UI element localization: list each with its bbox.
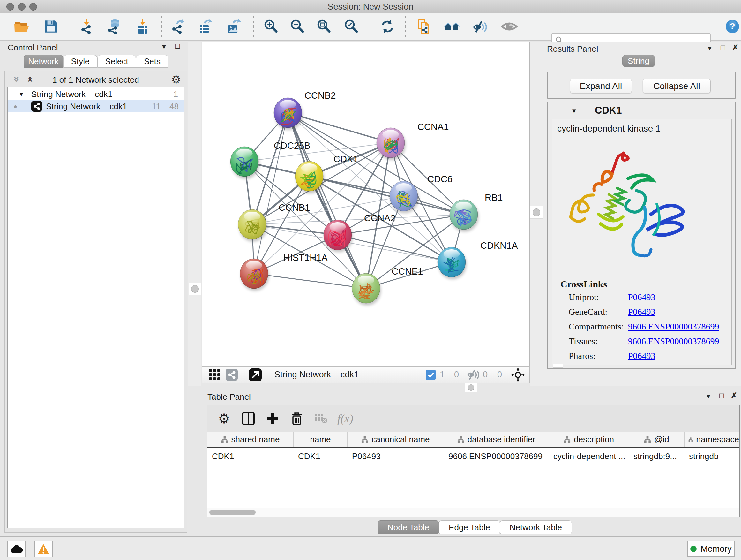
string-view-icon[interactable] <box>226 369 238 381</box>
import-table-button[interactable] <box>133 17 152 36</box>
pan-crosshair-icon[interactable] <box>511 368 525 382</box>
collapse-panel-icon[interactable]: ▼ <box>161 44 167 50</box>
tab-node-table[interactable]: Node Table <box>378 520 439 535</box>
export-network-button[interactable] <box>169 17 187 36</box>
bottom-splitter-handle[interactable] <box>465 383 477 392</box>
cell-database-identifier[interactable]: 9606.ENSP00000378699 <box>444 449 549 463</box>
zoom-selected-button[interactable] <box>342 17 360 36</box>
collapse-panel-icon[interactable]: ▼ <box>705 393 712 399</box>
network-graph[interactable]: CCNB2CCNA1CDC25BCDK1CDC6RB1CCNB1CCNA2CDK… <box>202 42 529 366</box>
export-image-button[interactable] <box>225 17 243 36</box>
hscrollbar-thumb[interactable] <box>209 510 256 515</box>
export-table-button[interactable] <box>196 17 214 36</box>
crosslink-value-link[interactable]: P06493 <box>628 351 656 361</box>
collapse-all-button[interactable]: Collapse All <box>643 79 711 93</box>
help-button[interactable]: ? <box>723 17 741 36</box>
cell-namespace[interactable]: stringdb <box>684 449 739 463</box>
cell-canonical-name[interactable]: P06493 <box>347 449 444 463</box>
network-node-CCNA1[interactable] <box>377 128 405 158</box>
hide-panels-button[interactable] <box>471 17 490 36</box>
close-panel-icon[interactable]: ✗ <box>731 392 737 399</box>
open-session-button[interactable] <box>12 17 31 36</box>
import-network-file-button[interactable] <box>77 17 96 36</box>
left-splitter[interactable] <box>188 42 201 386</box>
column-header[interactable]: shared name <box>207 432 293 447</box>
show-panels-button[interactable] <box>500 17 519 36</box>
cell-description[interactable]: cyclin-dependent ... <box>549 449 629 463</box>
tab-sets[interactable]: Sets <box>136 55 169 68</box>
cell-id[interactable]: stringdb:9... <box>629 449 684 463</box>
zoom-fit-button[interactable] <box>315 17 333 36</box>
float-panel-icon[interactable]: □ <box>719 392 724 399</box>
right-splitter[interactable] <box>530 42 542 386</box>
column-header[interactable]: database identifier <box>444 432 549 447</box>
first-neighbors-button[interactable] <box>415 17 434 36</box>
selected-checkbox-icon[interactable] <box>426 370 436 380</box>
warnings-button[interactable] <box>34 541 53 557</box>
tab-string[interactable]: String <box>622 55 655 67</box>
network-node-CDC6[interactable] <box>390 181 418 211</box>
delete-column-trash-icon[interactable] <box>285 412 309 426</box>
column-header[interactable]: canonical name <box>347 432 444 447</box>
network-node-CCNB1[interactable] <box>238 209 266 240</box>
crosslink-value-link[interactable]: P06493 <box>628 292 656 302</box>
network-collection-row[interactable]: ▼ String Network – cdk1 1 <box>8 88 184 100</box>
column-header[interactable]: name <box>293 432 347 447</box>
float-panel-icon[interactable]: □ <box>175 42 180 50</box>
close-panel-icon[interactable]: ✗ <box>732 44 738 51</box>
network-edge[interactable] <box>254 113 288 273</box>
zoom-out-button[interactable] <box>288 17 307 36</box>
grid-view-icon[interactable] <box>209 369 220 381</box>
import-network-database-button[interactable] <box>105 17 124 36</box>
table-row[interactable]: CDK1 CDK1 P06493 9606.ENSP00000378699 cy… <box>207 449 739 463</box>
network-node-CDK1[interactable] <box>295 161 323 191</box>
tree-caret-icon[interactable]: ▼ <box>18 91 24 98</box>
save-session-button[interactable] <box>42 17 60 36</box>
tab-network-table[interactable]: Network Table <box>500 520 572 535</box>
network-node-CDC25B[interactable] <box>230 146 259 177</box>
control-panel-tabs: Network Style Select Sets <box>23 55 169 68</box>
show-columns-icon[interactable] <box>236 412 260 425</box>
crosslink-value-link[interactable]: 9606.ENSP00000378699 <box>628 321 719 332</box>
column-header[interactable]: namespace <box>684 432 739 447</box>
tab-network[interactable]: Network <box>23 55 63 68</box>
network-row-selected[interactable]: ● String Network – cdk1 11 48 <box>8 100 184 112</box>
collapse-panel-icon[interactable]: ▼ <box>706 45 713 51</box>
network-node-CCNA2[interactable] <box>324 220 352 250</box>
home-networks-button[interactable] <box>443 17 461 36</box>
cell-shared-name[interactable]: CDK1 <box>207 449 293 463</box>
network-node-RB1[interactable] <box>450 199 478 230</box>
network-node-CCNE1[interactable] <box>352 273 380 303</box>
table-hscrollbar[interactable] <box>207 508 739 516</box>
add-column-icon[interactable] <box>260 412 285 425</box>
network-node-CDKN1A[interactable] <box>437 247 466 277</box>
left-splitter-handle[interactable] <box>189 283 201 295</box>
detach-view-icon[interactable] <box>249 368 262 381</box>
cell-name[interactable]: CDK1 <box>293 449 347 463</box>
apply-layout-button[interactable] <box>378 17 397 36</box>
tab-edge-table[interactable]: Edge Table <box>439 520 500 535</box>
cloud-services-button[interactable] <box>7 541 26 557</box>
column-header[interactable]: description <box>549 432 629 447</box>
network-edge[interactable] <box>254 273 366 288</box>
table-settings-gear-icon[interactable]: ⚙ <box>212 411 236 427</box>
expand-all-button[interactable]: Expand All <box>570 79 632 93</box>
table-toolbar: ⚙ f(x) <box>207 406 739 432</box>
network-node-CCNB2[interactable] <box>274 98 302 128</box>
float-panel-icon[interactable]: □ <box>721 44 725 51</box>
network-edge[interactable] <box>288 113 391 143</box>
gene-caret-icon[interactable]: ▼ <box>571 107 577 115</box>
zoom-in-button[interactable] <box>262 17 280 36</box>
results-scroll-notch[interactable] <box>553 364 563 368</box>
tab-style[interactable]: Style <box>63 55 97 68</box>
zoom-in-icon <box>263 19 279 34</box>
right-splitter-handle[interactable] <box>530 206 543 219</box>
column-header[interactable]: @id <box>629 432 684 447</box>
tab-select[interactable]: Select <box>97 55 136 68</box>
network-node-HIST1H1A[interactable] <box>240 259 268 289</box>
crosslink-value-link[interactable]: P06493 <box>628 307 656 317</box>
network-options-gear-icon[interactable]: ⚙ <box>172 73 181 86</box>
memory-button[interactable]: Memory <box>687 541 735 557</box>
crosslink-value-link[interactable]: 9606.ENSP00000378699 <box>628 336 719 347</box>
network-canvas[interactable]: CCNB2CCNA1CDC25BCDK1CDC6RB1CCNB1CCNA2CDK… <box>202 42 530 366</box>
